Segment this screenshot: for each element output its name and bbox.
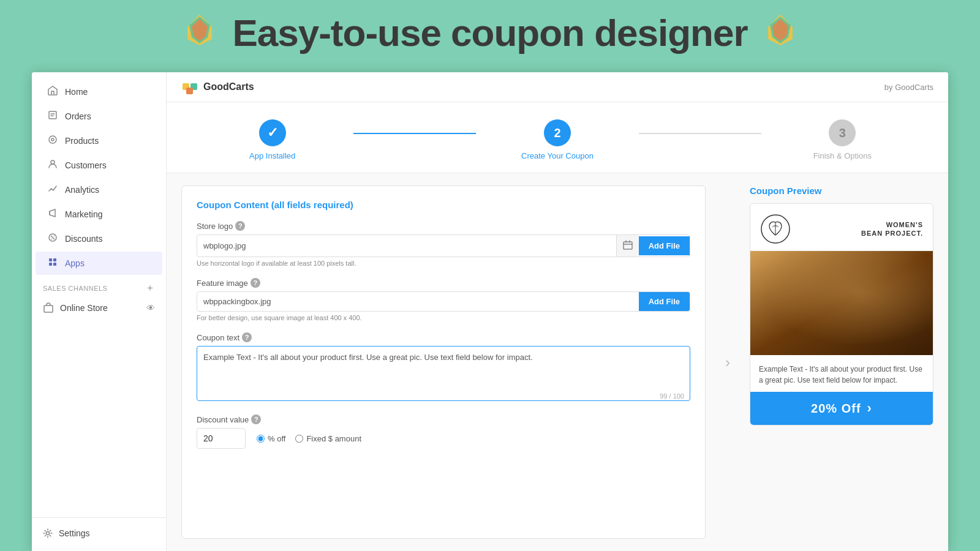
percent-off-text: % off <box>268 434 285 443</box>
discount-type-radio-group: % off Fixed $ amount <box>257 434 361 443</box>
sidebar-item-online-store[interactable]: Online Store 👁 <box>32 297 166 319</box>
app-brand: GoodCarts <box>181 78 254 96</box>
sidebar-item-settings[interactable]: Settings <box>32 523 166 544</box>
preview-panel: Coupon Preview WOMEN'S <box>750 186 933 539</box>
form-section-title: Coupon Content (all fields required) <box>197 200 690 210</box>
banner-logo-right <box>759 12 802 54</box>
app-name: GoodCarts <box>203 81 254 92</box>
sidebar-label-analytics: Analytics <box>65 185 99 195</box>
discount-value-help-icon[interactable]: ? <box>251 414 261 424</box>
sidebar-item-marketing[interactable]: Marketing <box>36 203 162 226</box>
feature-image-hint: For better design, use square image at l… <box>197 314 690 321</box>
step-3: 3 Finish & Options <box>761 119 924 160</box>
svg-point-16 <box>47 532 50 535</box>
svg-rect-11 <box>49 258 52 261</box>
add-sales-channel-button[interactable]: ＋ <box>145 282 156 294</box>
sidebar-bottom: Settings <box>32 517 166 544</box>
discount-row: % off Fixed $ amount <box>197 428 690 449</box>
char-count: 99 / 100 <box>660 392 684 400</box>
sidebar-label-marketing: Marketing <box>65 209 102 219</box>
goodcarts-icon <box>181 78 198 96</box>
coupon-text-help-icon[interactable]: ? <box>242 332 252 342</box>
apps-icon <box>47 257 59 269</box>
store-logo-filename: wbplogo.jpg <box>197 236 616 255</box>
coupon-brand-logo <box>760 214 791 244</box>
step-2-label: Create Your Coupon <box>521 151 594 160</box>
stepper: ✓ App Installed 2 Create Your Coupon 3 F… <box>167 102 948 173</box>
preview-title: Coupon Preview <box>750 186 933 196</box>
store-logo-hint: Use horizontal logo if available at leas… <box>197 260 690 267</box>
settings-label: Settings <box>59 528 90 538</box>
coupon-feature-image <box>750 251 933 355</box>
sidebar-item-discounts[interactable]: Discounts <box>36 227 162 250</box>
percent-off-radio[interactable] <box>257 435 265 443</box>
top-banner: Easy-to-use coupon designer <box>0 0 980 63</box>
sidebar-label-customers: Customers <box>65 160 107 170</box>
svg-rect-14 <box>53 263 56 266</box>
sidebar: Home Orders Products <box>32 72 167 551</box>
feature-image-placeholder <box>750 251 933 355</box>
sidebar-item-home[interactable]: Home <box>36 80 162 103</box>
svg-point-7 <box>49 136 56 143</box>
sidebar-item-apps[interactable]: Apps <box>36 252 162 275</box>
feature-image-add-button[interactable]: Add File <box>639 292 690 311</box>
discount-value-group: Discount value ? % off Fixed <box>197 414 690 449</box>
online-store-label: Online Store <box>60 303 108 313</box>
store-icon <box>43 302 54 313</box>
coupon-header: WOMEN'S BEAN PROJECT. <box>750 204 933 251</box>
customers-icon <box>47 159 59 171</box>
step-1-checkmark: ✓ <box>267 125 278 141</box>
sidebar-label-home: Home <box>65 87 88 97</box>
step-1: ✓ App Installed <box>191 119 353 160</box>
analytics-icon <box>47 184 59 196</box>
coupon-text-input[interactable]: Example Text - It's all about your produ… <box>197 346 690 401</box>
panel-chevron[interactable]: › <box>718 354 737 371</box>
store-logo-help-icon[interactable]: ? <box>235 221 245 231</box>
fixed-amount-label[interactable]: Fixed $ amount <box>295 434 361 443</box>
sales-channels-label: SALES CHANNELS ＋ <box>32 276 166 297</box>
step-3-number: 3 <box>839 126 846 140</box>
svg-point-9 <box>51 160 55 164</box>
coupon-text-group: Coupon text ? Example Text - It's all ab… <box>197 332 690 403</box>
fixed-amount-text: Fixed $ amount <box>306 434 361 443</box>
main-window: Home Orders Products <box>32 72 948 551</box>
orders-icon <box>47 110 59 122</box>
home-icon <box>47 86 59 98</box>
fixed-amount-radio[interactable] <box>295 435 303 443</box>
store-logo-input-row: wbplogo.jpg Add File <box>197 234 690 257</box>
settings-icon <box>43 528 53 538</box>
form-panel: Coupon Content (all fields required) Sto… <box>181 186 706 539</box>
sidebar-label-apps: Apps <box>65 258 85 268</box>
svg-rect-20 <box>624 242 632 249</box>
feature-image-filename: wbppackingbox.jpg <box>197 292 639 311</box>
coupon-card: WOMEN'S BEAN PROJECT. Example Text - It'… <box>750 203 933 425</box>
coupon-brand-text: WOMEN'S BEAN PROJECT. <box>861 220 923 238</box>
content-topbar: GoodCarts by GoodCarts <box>167 72 948 102</box>
content-area: GoodCarts by GoodCarts ✓ App Installed 2… <box>167 72 948 551</box>
percent-off-label[interactable]: % off <box>257 434 285 443</box>
sidebar-item-analytics[interactable]: Analytics <box>36 178 162 201</box>
step-2: 2 Create Your Coupon <box>476 119 638 160</box>
sidebar-item-orders[interactable]: Orders <box>36 105 162 128</box>
chevron-right-icon: › <box>725 354 730 371</box>
by-label: by GoodCarts <box>884 83 933 92</box>
sidebar-item-customers[interactable]: Customers <box>36 154 162 177</box>
feature-image-input-row: wbppackingbox.jpg Add File <box>197 291 690 312</box>
svg-rect-13 <box>49 263 52 266</box>
coupon-text-wrapper: Example Text - It's all about your produ… <box>197 346 690 403</box>
products-icon <box>47 135 59 147</box>
feature-image-label: Feature image ? <box>197 278 690 288</box>
feature-image-help-icon[interactable]: ? <box>251 278 260 288</box>
feature-image-group: Feature image ? wbppackingbox.jpg Add Fi… <box>197 278 690 321</box>
coupon-cta-text: 20% Off <box>811 402 861 416</box>
store-logo-add-button[interactable]: Add File <box>639 236 690 255</box>
svg-rect-6 <box>49 111 56 119</box>
store-logo-group: Store logo ? wbplogo.jpg Add File <box>197 221 690 267</box>
sidebar-item-products[interactable]: Products <box>36 129 162 152</box>
discount-input[interactable] <box>197 428 246 449</box>
step-connector-1 <box>353 133 476 134</box>
coupon-cta-button[interactable]: 20% Off › <box>750 392 933 425</box>
sidebar-label-discounts: Discounts <box>65 234 102 244</box>
eye-icon[interactable]: 👁 <box>146 303 155 313</box>
sidebar-label-orders: Orders <box>65 111 91 121</box>
